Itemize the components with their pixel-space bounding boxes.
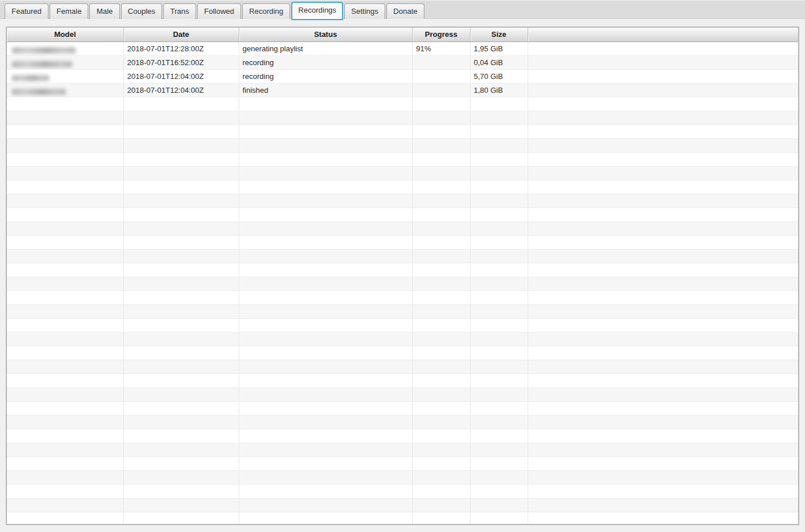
cell-empty: [239, 124, 412, 138]
cell-empty: [470, 235, 528, 249]
cell-empty: [239, 346, 412, 360]
cell-empty: [123, 263, 239, 277]
table-row[interactable]: 2018-07-01T12:04:00Zrecording5,70 GiB: [7, 69, 798, 83]
cell-empty: [123, 290, 239, 304]
cell-empty: [470, 97, 528, 111]
tab-donate[interactable]: Donate: [386, 3, 424, 19]
cell-empty: [412, 346, 470, 360]
cell-empty: [412, 166, 470, 180]
cell-empty: [7, 360, 123, 373]
tab-settings[interactable]: Settings: [344, 3, 385, 19]
cell-empty: [123, 429, 239, 443]
cell-empty: [123, 318, 239, 332]
column-header-progress[interactable]: Progress: [412, 28, 470, 41]
table-row-empty[interactable]: [7, 221, 798, 235]
cell-empty: [528, 124, 798, 138]
table-row-empty[interactable]: [7, 346, 798, 360]
table-row-empty[interactable]: [7, 166, 798, 180]
table-row-empty[interactable]: [7, 180, 798, 194]
table-row-empty[interactable]: [7, 194, 798, 207]
cell-empty: [123, 443, 239, 456]
table-row-empty[interactable]: [7, 387, 798, 401]
cell-empty: [412, 470, 470, 484]
table-row-empty[interactable]: [7, 124, 798, 138]
cell-empty: [470, 332, 528, 346]
cell-empty: [470, 484, 528, 498]
table-row[interactable]: 2018-07-01T16:52:00Zrecording0,04 GiB: [7, 55, 798, 69]
tab-female[interactable]: Female: [50, 3, 88, 19]
table-row-empty[interactable]: [7, 235, 798, 249]
table-row-empty[interactable]: [7, 484, 798, 498]
table-row[interactable]: 2018-07-01T12:04:00Zfinished1,80 GiB: [7, 83, 798, 97]
table-row[interactable]: 2018-07-01T12:28:00Zgenerating playlist9…: [7, 41, 798, 55]
cell-empty: [470, 318, 528, 332]
table-row-empty[interactable]: [7, 304, 798, 318]
model-name-redacted: [12, 89, 66, 95]
column-header-status[interactable]: Status: [239, 28, 412, 41]
table-row-empty[interactable]: [7, 290, 798, 304]
tab-recordings[interactable]: Recordings: [291, 2, 343, 20]
tab-bar: FeaturedFemaleMaleCouplesTransFollowedRe…: [0, 0, 805, 19]
cell-empty: [7, 484, 123, 498]
cell-empty: [412, 194, 470, 207]
table-row-empty[interactable]: [7, 360, 798, 373]
table-row-empty[interactable]: [7, 456, 798, 470]
table-row-empty[interactable]: [7, 498, 798, 512]
cell-empty: [412, 290, 470, 304]
table-row-empty[interactable]: [7, 470, 798, 484]
table-row-empty[interactable]: [7, 138, 798, 152]
tab-featured[interactable]: Featured: [5, 3, 48, 19]
table-row-empty[interactable]: [7, 249, 798, 263]
cell-empty: [7, 263, 123, 277]
cell-empty: [7, 249, 123, 263]
cell-empty: [528, 235, 798, 249]
cell-empty: [123, 249, 239, 263]
table-row-empty[interactable]: [7, 152, 798, 166]
column-header-date[interactable]: Date: [123, 28, 239, 41]
cell-empty: [123, 387, 239, 401]
table-row-empty[interactable]: [7, 318, 798, 332]
cell-empty: [412, 498, 470, 512]
cell-empty: [528, 484, 798, 498]
table-row-empty[interactable]: [7, 111, 798, 124]
cell-empty: [528, 111, 798, 124]
table-row-empty[interactable]: [7, 332, 798, 346]
cell-empty: [412, 484, 470, 498]
cell-date: 2018-07-01T12:04:00Z: [123, 83, 239, 97]
column-header-size[interactable]: Size: [470, 28, 528, 41]
column-header-model[interactable]: Model: [7, 28, 123, 41]
cell-empty: [528, 83, 798, 97]
table-row-empty[interactable]: [7, 97, 798, 111]
cell-empty: [470, 207, 528, 221]
table-row-empty[interactable]: [7, 512, 798, 525]
cell-empty: [7, 138, 123, 152]
cell-status: recording: [239, 55, 412, 69]
table-row-empty[interactable]: [7, 401, 798, 415]
tab-followed[interactable]: Followed: [197, 3, 241, 19]
table-row-empty[interactable]: [7, 263, 798, 277]
table-row-empty[interactable]: [7, 277, 798, 290]
cell-empty: [528, 194, 798, 207]
cell-size: 1,80 GiB: [470, 83, 528, 97]
cell-status: recording: [239, 69, 412, 83]
table-row-empty[interactable]: [7, 207, 798, 221]
cell-empty: [7, 470, 123, 484]
tab-trans[interactable]: Trans: [163, 3, 196, 19]
table-row-empty[interactable]: [7, 429, 798, 443]
table-row-empty[interactable]: [7, 373, 798, 387]
table-row-empty[interactable]: [7, 443, 798, 456]
cell-empty: [7, 387, 123, 401]
cell-empty: [239, 387, 412, 401]
column-header-empty[interactable]: [528, 28, 798, 41]
table-row-empty[interactable]: [7, 415, 798, 429]
cell-empty: [412, 373, 470, 387]
tab-male[interactable]: Male: [89, 3, 119, 19]
cell-empty: [528, 415, 798, 429]
cell-empty: [528, 152, 798, 166]
cell-model: [7, 83, 123, 97]
tab-recording[interactable]: Recording: [242, 3, 290, 19]
cell-empty: [470, 221, 528, 235]
cell-empty: [470, 429, 528, 443]
cell-empty: [7, 346, 123, 360]
tab-couples[interactable]: Couples: [121, 3, 163, 19]
